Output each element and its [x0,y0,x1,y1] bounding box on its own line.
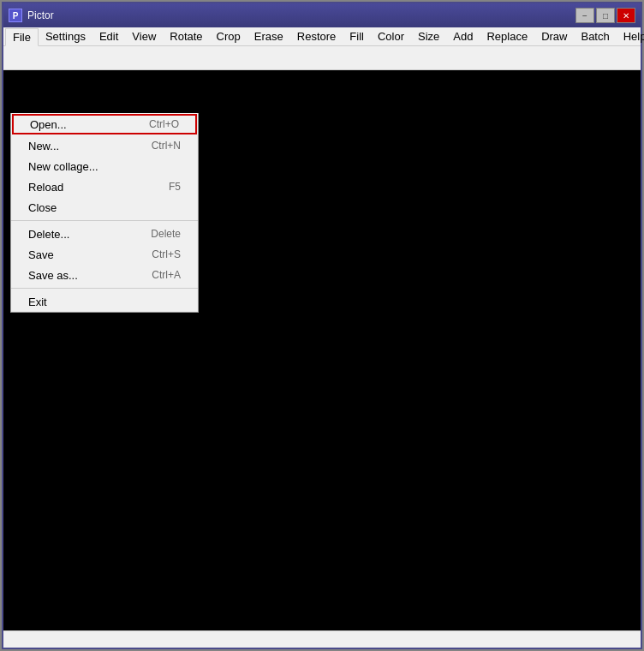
close-button[interactable]: ✕ [617,8,635,23]
menu-save-as[interactable]: Save as... Ctrl+A [11,265,198,285]
menu-exit[interactable]: Exit [11,291,198,312]
menu-restore[interactable]: Restore [290,27,343,45]
separator-1 [11,220,198,221]
title-bar: P Pictor − □ ✕ [3,3,641,27]
menu-file[interactable]: File [5,28,39,46]
menu-help[interactable]: Help [617,27,644,45]
menu-erase[interactable]: Erase [247,27,290,45]
toolbar [3,46,641,70]
status-bar [3,630,641,648]
maximize-button[interactable]: □ [596,8,615,23]
menu-view[interactable]: View [125,27,163,45]
menu-edit[interactable]: Edit [92,27,125,45]
menu-new[interactable]: New... Ctrl+N [11,135,198,156]
window-title: Pictor [27,9,575,21]
menu-settings[interactable]: Settings [39,27,92,45]
menu-bar: File Settings Edit View Rotate Crop Eras… [3,27,641,46]
menu-color[interactable]: Color [371,27,411,45]
menu-crop[interactable]: Crop [210,27,247,45]
file-dropdown-menu: Open... Ctrl+O New... Ctrl+N New collage… [10,113,199,313]
window-controls: − □ ✕ [575,8,635,23]
menu-fill[interactable]: Fill [343,27,371,45]
menu-draw[interactable]: Draw [534,27,574,45]
menu-new-collage[interactable]: New collage... [11,156,198,176]
menu-replace[interactable]: Replace [480,27,534,45]
menu-batch[interactable]: Batch [574,27,616,45]
menu-rotate[interactable]: Rotate [163,27,209,45]
menu-open[interactable]: Open... Ctrl+O [12,114,197,134]
canvas-area: Open... Ctrl+O New... Ctrl+N New collage… [3,70,641,630]
minimize-button[interactable]: − [575,8,594,23]
app-icon: P [9,9,22,22]
menu-close[interactable]: Close [11,197,198,218]
menu-save[interactable]: Save Ctrl+S [11,244,198,265]
menu-reload[interactable]: Reload F5 [11,176,198,197]
separator-2 [11,288,198,289]
menu-add[interactable]: Add [446,27,480,45]
menu-size[interactable]: Size [411,27,446,45]
menu-delete[interactable]: Delete... Delete [11,224,198,244]
main-window: P Pictor − □ ✕ File Settings Edit View R… [2,2,642,649]
